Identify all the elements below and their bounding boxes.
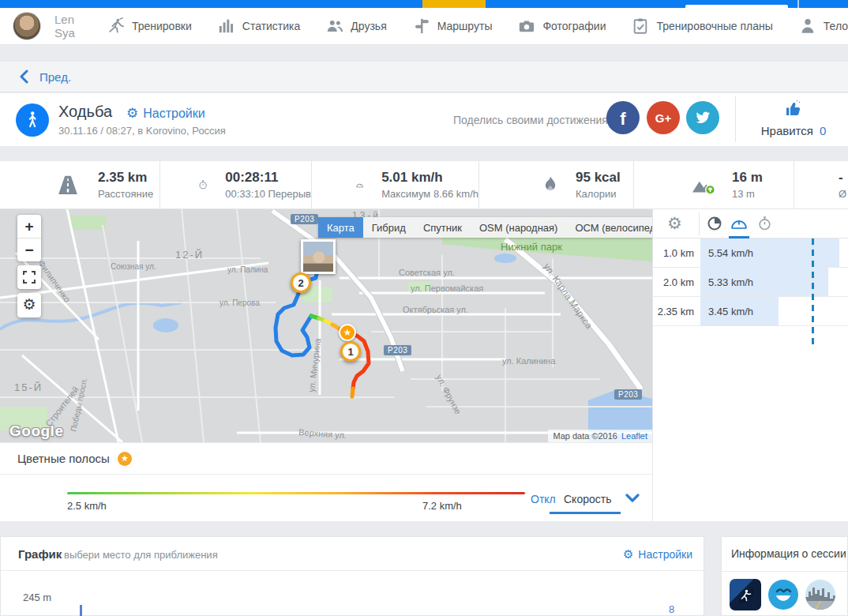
heart-rate-label: Ø С <box>839 188 848 200</box>
splits-toolbar: ⚙ <box>653 209 848 239</box>
googleplus-share-button[interactable]: G+ <box>647 101 680 134</box>
route-marker-2[interactable]: 2 <box>291 272 311 293</box>
chart-title: График <box>18 547 62 561</box>
chevron-down-icon[interactable] <box>625 494 640 503</box>
map-layer-osm[interactable]: OSM (народная) <box>471 217 567 238</box>
mood-emoji-icon[interactable] <box>768 580 798 610</box>
bar-chart-icon <box>218 17 235 35</box>
zoom-in-button[interactable]: + <box>17 215 41 238</box>
nav-item-routes[interactable]: Маршруты <box>413 17 493 35</box>
walking-person-icon <box>22 110 43 130</box>
splits-panel: ⚙ 1.0 km 5.54 km/h 2.0 km 5.33 km/h <box>652 209 848 521</box>
walking-sport-icon <box>16 103 49 137</box>
nav-item-friends[interactable]: Друзья <box>326 17 386 35</box>
chart-settings-link[interactable]: ⚙ Настройки <box>623 547 692 562</box>
like-button[interactable]: Нравится0 <box>742 100 845 137</box>
nav-label-photos: Фотографии <box>542 20 606 32</box>
twitter-icon <box>694 109 711 126</box>
settings-label: Настройки <box>143 107 204 121</box>
facebook-share-button[interactable]: f <box>606 101 640 134</box>
gear-icon: ⚙ <box>126 105 138 122</box>
map-layer-satellite[interactable]: Спутник <box>415 217 471 238</box>
workout-page: Len Sya Тренировки Статистика Друзья Мар… <box>0 0 848 616</box>
stat-heart-rate: -Ø С <box>794 161 848 208</box>
map-label: 15-Й <box>14 381 43 393</box>
strip-divider <box>797 0 799 8</box>
signpost-icon <box>413 17 430 35</box>
gear-icon: ⚙ <box>623 547 633 562</box>
user-avatar[interactable] <box>13 12 41 40</box>
stats-bar: 2.35 kmРасстояние 00:28:1100:33:10 Перер… <box>0 160 848 209</box>
split-row[interactable]: 1.0 km 5.54 km/h <box>653 239 848 268</box>
tracker-app-icon[interactable] <box>730 579 761 610</box>
route-star-marker[interactable]: ★ <box>339 324 356 341</box>
map-layer-osm-cycle[interactable]: ОСМ (велосипедная) <box>566 217 652 238</box>
nav-label-workouts: Тренировки <box>132 20 192 32</box>
nav-label-friends: Друзья <box>351 20 386 32</box>
average-speed-marker <box>812 239 814 344</box>
color-bands-title: Цветные полосы <box>17 452 110 465</box>
twitter-share-button[interactable] <box>686 101 719 134</box>
leaflet-link[interactable]: Leaflet <box>621 431 647 441</box>
split-row[interactable]: 2.35 km 3.45 km/h <box>653 297 848 326</box>
split-row[interactable]: 2.0 km 5.33 km/h <box>653 268 848 297</box>
session-info-panel: Информация о сессии <box>721 536 848 616</box>
nav-item-statistics[interactable]: Статистика <box>218 17 301 35</box>
stopwatch-icon <box>757 216 772 231</box>
nav-item-workouts[interactable]: Тренировки <box>107 17 192 35</box>
duration-value: 00:28:11 <box>225 170 311 186</box>
back-link[interactable]: Пред. <box>39 70 71 84</box>
session-icons <box>730 579 835 610</box>
route-photo-marker[interactable] <box>301 239 336 274</box>
terrain-city-icon[interactable] <box>805 580 835 610</box>
stat-elevation: 16 m13 m <box>634 161 794 208</box>
ascent-icon <box>691 173 718 197</box>
star-icon: ★ <box>343 327 352 338</box>
pace-view-button[interactable] <box>707 216 722 235</box>
nav-item-training-plans[interactable]: Тренировочные планы <box>632 17 772 35</box>
map-label: Верхняя ул. <box>298 427 347 440</box>
google-logo: Google <box>9 423 63 440</box>
main-nav: Тренировки Статистика Друзья Маршруты Фо… <box>107 17 848 35</box>
map-layer-hybrid[interactable]: Гибрид <box>363 217 415 238</box>
map-label: ул. Первомайская <box>411 284 483 293</box>
nav-label-statistics: Статистика <box>242 20 301 32</box>
laughing-face-icon <box>771 583 795 607</box>
fullscreen-button[interactable] <box>17 265 41 289</box>
workout-settings-link[interactable]: ⚙ Настройки <box>126 105 205 122</box>
session-info-title: Информация о сессии <box>731 547 846 560</box>
time-view-button[interactable] <box>757 216 772 235</box>
road-badge: Р203 <box>291 214 318 224</box>
workout-date-location: 30.11.16 / 08:27, в Korovino, Россия <box>58 125 226 137</box>
map-label: ул. Калинина <box>502 356 556 366</box>
gear-icon: ⚙ <box>22 296 36 313</box>
nav-item-photos[interactable]: Фотографии <box>518 17 606 35</box>
splits-settings-button[interactable]: ⚙ <box>667 214 682 233</box>
like-count: 0 <box>820 124 826 137</box>
marker-label: 2 <box>298 277 303 289</box>
route-map[interactable]: 13-й 12-Й Филипченко Союзная ул. ул. Пал… <box>0 209 652 442</box>
map-layer-map[interactable]: Карта <box>318 217 363 238</box>
speed-view-button[interactable] <box>729 215 749 234</box>
route-marker-1[interactable]: 1 <box>340 341 361 362</box>
map-label: ул. Палина <box>227 265 268 274</box>
pond <box>494 254 516 263</box>
bands-mode-tab[interactable]: Скорость <box>564 493 611 505</box>
back-chevron-icon[interactable] <box>19 69 28 84</box>
route-segment-tail <box>352 389 353 396</box>
map-label: ул. Перова <box>220 299 260 307</box>
split-speed: 3.45 km/h <box>708 297 753 325</box>
stopwatch-icon <box>198 173 208 197</box>
zoom-out-button[interactable]: − <box>17 239 41 261</box>
map-label: Советская ул. <box>399 268 455 277</box>
nav-item-body[interactable]: Тело <box>799 17 848 35</box>
chart-panel: График выбери место для приближения ⚙ На… <box>0 536 704 616</box>
road-icon <box>55 173 81 197</box>
toolbar-divider <box>699 212 700 235</box>
road-badge: Р203 <box>614 389 642 400</box>
map-settings-button[interactable]: ⚙ <box>17 293 41 317</box>
bands-off-button[interactable]: Откл <box>531 493 556 505</box>
back-bar: Пред. <box>0 61 848 92</box>
user-name[interactable]: Len Sya <box>54 13 85 39</box>
duration-label: 00:33:10 Перерыв <box>225 188 311 200</box>
